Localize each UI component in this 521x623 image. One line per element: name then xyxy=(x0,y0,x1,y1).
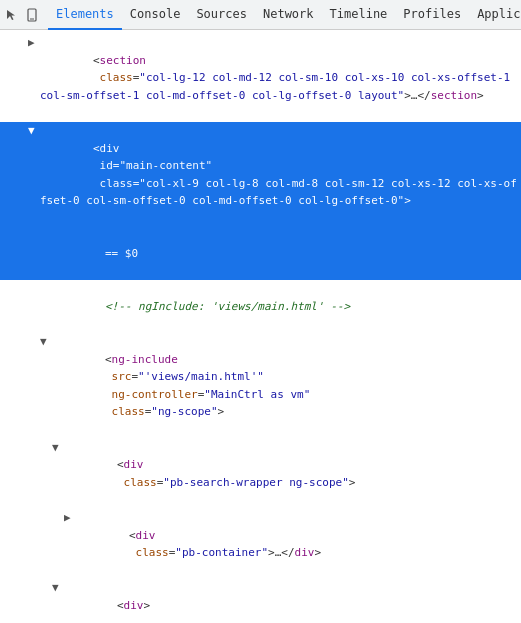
toggle[interactable]: ▼ xyxy=(52,579,64,597)
tab-elements[interactable]: Elements xyxy=(48,0,122,30)
tree-line[interactable]: ▼ <ng-include src="'views/main.html'" ng… xyxy=(0,333,521,439)
tree-line[interactable]: <!-- ngInclude: 'views/main.html' --> xyxy=(0,280,521,333)
line-content: <ng-include src="'views/main.html'" ng-c… xyxy=(52,333,310,439)
tab-bar: Elements Console Sources Network Timelin… xyxy=(0,0,521,30)
tree-line[interactable]: ▼ <div class="pb-search-wrapper ng-scope… xyxy=(0,439,521,509)
tab-network[interactable]: Network xyxy=(255,0,322,30)
tab-timeline[interactable]: Timeline xyxy=(322,0,396,30)
line-content: <div class="pb-container">…</div> xyxy=(76,509,321,579)
mobile-icon[interactable] xyxy=(24,7,40,23)
tree-line-dollar: == $0 xyxy=(0,228,521,281)
toggle[interactable]: ▶ xyxy=(64,509,76,527)
toggle-main[interactable]: ▼ xyxy=(28,122,40,140)
tab-console[interactable]: Console xyxy=(122,0,189,30)
line-content: <div> xyxy=(64,579,150,623)
toolbar-icons xyxy=(4,7,40,23)
toggle-section[interactable]: ▶ xyxy=(28,34,40,52)
dom-tree: ▶ <section class="col-lg-12 col-md-12 co… xyxy=(0,30,521,623)
tab-profiles[interactable]: Profiles xyxy=(395,0,469,30)
main-content: ▶ <section class="col-lg-12 col-md-12 co… xyxy=(0,30,521,623)
tree-line[interactable]: ▼ <div> xyxy=(0,579,521,623)
toggle[interactable]: ▼ xyxy=(52,439,64,457)
line-content: <!-- ngInclude: 'views/main.html' --> xyxy=(52,280,350,333)
tree-line[interactable]: ▶ <div class="pb-container">…</div> xyxy=(0,509,521,579)
line-content: <section class="col-lg-12 col-md-12 col-… xyxy=(40,34,517,122)
cursor-icon[interactable] xyxy=(4,7,20,23)
tab-application[interactable]: Application xyxy=(469,0,521,30)
tree-line-selected[interactable]: ▼ <div id="main-content" class="col-xl-9… xyxy=(0,122,521,228)
tab-sources[interactable]: Sources xyxy=(188,0,255,30)
tree-line[interactable]: ▶ <section class="col-lg-12 col-md-12 co… xyxy=(0,34,521,122)
toggle[interactable]: ▼ xyxy=(40,333,52,351)
dollar-zero: == $0 xyxy=(52,228,138,281)
line-content: <div class="pb-search-wrapper ng-scope"> xyxy=(64,439,355,509)
toggle-spacer xyxy=(40,280,52,298)
line-content-selected: <div id="main-content" class="col-xl-9 c… xyxy=(40,122,517,228)
